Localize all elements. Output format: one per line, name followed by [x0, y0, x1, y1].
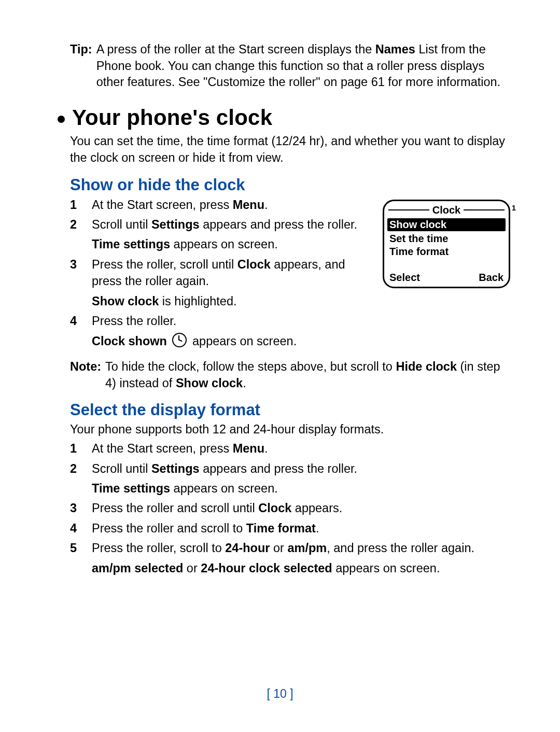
step-bold: Time format [246, 522, 316, 535]
step-sub-bold: am/pm selected [92, 561, 183, 575]
step-bold: Menu [233, 442, 264, 455]
step-sub: Time settings appears on screen. [92, 480, 510, 497]
step-bold: Settings [151, 218, 200, 231]
softkey-right: Back [479, 272, 503, 284]
step-bold: Settings [151, 462, 200, 475]
softkey-row: Select Back [384, 272, 509, 284]
tip-bold: Names [375, 43, 415, 56]
step-text: . [316, 522, 319, 535]
step-sub-text: appears on screen. [170, 237, 278, 251]
section2-intro: Your phone supports both 12 and 24-hour … [70, 421, 510, 438]
step-sub-bold: Show clock [92, 294, 159, 308]
step-5: 5 Press the roller, scroll to 24-hour or… [70, 540, 510, 576]
softkey-left: Select [389, 272, 420, 284]
subheading-show-hide: Show or hide the clock [70, 176, 510, 194]
step-sub-text: or [183, 561, 201, 575]
step-2: 2 Scroll until Settings appears and pres… [70, 216, 372, 253]
steps-list-1: 1 At the Start screen, press Menu. 2 Scr… [70, 196, 372, 349]
step-bold: Clock [237, 258, 271, 271]
step-text: Press the roller. [92, 314, 176, 328]
step-number: 2 [70, 460, 86, 477]
step-number: 5 [70, 540, 86, 556]
step-number: 4 [70, 313, 86, 329]
step-text: appears and press the roller. [200, 462, 357, 475]
note-text-part: To hide the clock, follow the steps abov… [105, 360, 396, 373]
step-4: 4 Press the roller and scroll to Time fo… [70, 520, 510, 537]
menu-item: Time format [384, 245, 509, 258]
step-3: 3 Press the roller, scroll until Clock a… [70, 256, 372, 309]
step-text: . [264, 198, 268, 212]
step-number: 1 [70, 440, 86, 457]
step-text: , and press the roller again. [327, 541, 474, 555]
step-sub-bold: Time settings [92, 237, 170, 251]
step-sub-bold: Time settings [92, 482, 170, 495]
clock-icon [172, 333, 187, 347]
page-heading: Your phone's clock [72, 105, 272, 130]
divider-line [464, 209, 505, 211]
steps-with-figure: 1 At the Start screen, press Menu. 2 Scr… [70, 196, 510, 353]
note-text: To hide the clock, follow the steps abov… [105, 359, 510, 391]
bullet-icon [58, 116, 65, 123]
step-text: appears and press the roller. [200, 218, 357, 231]
signal-indicator: 1 [512, 203, 516, 212]
phone-screen-figure: Clock 1 Show clock Set the time Time for… [383, 200, 510, 288]
note-bold: Hide clock [396, 360, 457, 373]
divider-line [388, 209, 429, 211]
step-sub: Time settings appears on screen. [92, 236, 372, 252]
step-number: 1 [70, 196, 86, 213]
step-2: 2 Scroll until Settings appears and pres… [70, 460, 510, 497]
step-3: 3 Press the roller and scroll until Cloc… [70, 500, 510, 516]
note-bold: Show clock [176, 376, 243, 390]
tip-text: A press of the roller at the Start scree… [96, 41, 510, 91]
step-1: 1 At the Start screen, press Menu. [70, 440, 510, 457]
step-number: 3 [70, 256, 86, 273]
step-sub-text: appears on screen. [170, 482, 278, 495]
step-text: Press the roller, scroll until [92, 258, 237, 271]
subheading-display-format: Select the display format [70, 401, 510, 419]
step-sub-text: appears on screen. [192, 334, 297, 348]
step-bold: 24-hour [225, 541, 270, 555]
tip-text-pre: A press of the roller at the Start scree… [96, 43, 375, 56]
step-text: Press the roller and scroll to [92, 522, 246, 535]
tip-label: Tip: [70, 41, 92, 91]
step-sub-bold: Clock shown [92, 334, 167, 348]
step-text: Scroll until [92, 218, 151, 231]
menu-item: Set the time [384, 232, 509, 245]
step-1: 1 At the Start screen, press Menu. [70, 196, 372, 213]
note-text-part: . [243, 376, 246, 390]
spacer [384, 258, 509, 272]
step-text: Press the roller and scroll until [92, 501, 258, 515]
tip-block: Tip: A press of the roller at the Start … [70, 41, 510, 91]
step-bold: Clock [258, 501, 291, 515]
document-page: { "tip": { "label": "Tip:", "text_pre": … [0, 0, 560, 732]
section-intro: You can set the time, the time format (1… [70, 133, 510, 166]
page-number: [ 10 ] [0, 687, 560, 701]
step-text: At the Start screen, press [92, 198, 233, 212]
note-label: Note: [70, 359, 101, 391]
step-text: or [270, 541, 287, 555]
step-sub-text: appears on screen. [332, 561, 440, 575]
step-sub: am/pm selected or 24-hour clock selected… [92, 560, 510, 576]
step-text: . [264, 442, 268, 455]
step-bold: am/pm [287, 541, 327, 555]
phone-screen-title: Clock [429, 204, 464, 216]
phone-screen-title-row: Clock 1 [384, 204, 509, 216]
step-number: 2 [70, 216, 86, 233]
menu-item-selected: Show clock [387, 218, 506, 231]
note-block: Note: To hide the clock, follow the step… [70, 359, 510, 391]
steps-column: 1 At the Start screen, press Menu. 2 Scr… [70, 196, 372, 353]
step-sub: Show clock is highlighted. [92, 293, 372, 309]
step-number: 4 [70, 520, 86, 537]
steps-list-2: 1 At the Start screen, press Menu. 2 Scr… [70, 440, 510, 576]
step-bold: Menu [233, 198, 264, 212]
step-sub: Clock shown appears on screen. [92, 333, 372, 349]
step-4: 4 Press the roller. Clock shown appears … [70, 313, 372, 349]
step-text: appears. [291, 501, 342, 515]
step-number: 3 [70, 500, 86, 516]
step-text: Press the roller, scroll to [92, 541, 225, 555]
step-sub-text: is highlighted. [159, 294, 236, 308]
section-heading-row: Your phone's clock [58, 105, 510, 130]
step-sub-bold: 24-hour clock selected [201, 561, 332, 575]
step-text: Scroll until [92, 462, 151, 475]
step-text: At the Start screen, press [92, 442, 233, 455]
